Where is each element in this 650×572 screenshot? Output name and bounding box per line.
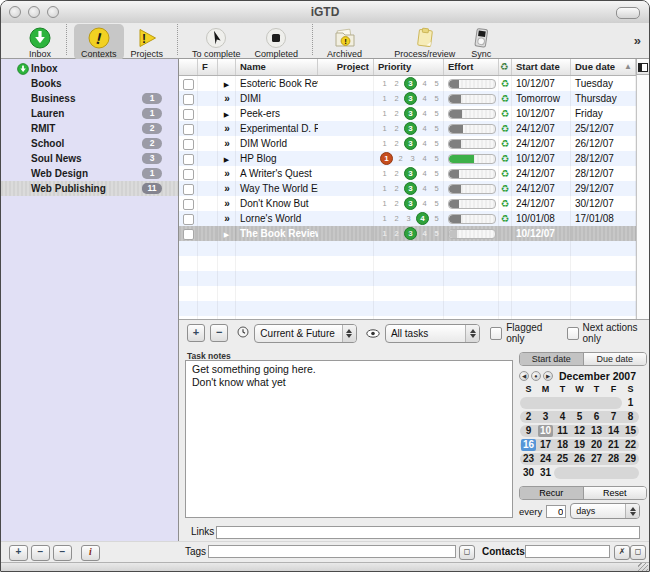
priority-3[interactable]: 3 bbox=[408, 153, 417, 164]
priority-2[interactable]: 2 bbox=[392, 168, 401, 179]
today-icon[interactable]: ● bbox=[531, 371, 541, 381]
table-row[interactable]: ▶The Book Reviewer1234510/12/07 bbox=[179, 226, 636, 241]
tags-panel-button[interactable]: ◻ bbox=[459, 545, 475, 560]
header-flag-column[interactable]: F bbox=[198, 59, 218, 75]
effort-bar[interactable] bbox=[448, 109, 496, 119]
sidebar-item-books[interactable]: Books bbox=[1, 76, 178, 91]
every-value-input[interactable] bbox=[546, 505, 566, 518]
toolbar-overflow-chevron-icon[interactable]: » bbox=[634, 33, 641, 48]
priority-1[interactable]: 1 bbox=[380, 123, 389, 134]
column-options-button[interactable] bbox=[636, 59, 650, 75]
priority-4[interactable]: 4 bbox=[420, 198, 429, 209]
calendar-day[interactable]: 17 bbox=[537, 438, 554, 452]
sidebar-item-rmit[interactable]: RMIT2 bbox=[1, 121, 178, 136]
add-item-button[interactable]: + bbox=[9, 545, 28, 561]
header-priority-column[interactable]: Priority bbox=[374, 59, 444, 75]
calendar-day[interactable]: 11 bbox=[554, 424, 571, 438]
reset-button[interactable]: Reset bbox=[583, 487, 647, 499]
toolbar-item-projects[interactable]: !Projects bbox=[124, 24, 171, 60]
calendar-day[interactable]: 18 bbox=[554, 438, 571, 452]
next-actions-only-checkbox[interactable] bbox=[567, 327, 579, 340]
priority-4[interactable]: 4 bbox=[420, 93, 429, 104]
effort-bar[interactable] bbox=[448, 124, 496, 134]
flagged-only-checkbox[interactable] bbox=[490, 327, 502, 340]
title-bar[interactable]: iGTD bbox=[1, 1, 649, 24]
task-checkbox[interactable] bbox=[183, 199, 194, 210]
priority-3-selected[interactable]: 3 bbox=[404, 77, 417, 90]
calendar-day[interactable]: 2 bbox=[520, 410, 537, 424]
priority-5[interactable]: 5 bbox=[432, 198, 441, 209]
calendar-day[interactable]: 5 bbox=[571, 410, 588, 424]
task-checkbox[interactable] bbox=[183, 79, 194, 90]
table-row[interactable]: ▶Peek-ers12345♻10/12/07Friday bbox=[179, 106, 636, 121]
header-project-column[interactable]: Project bbox=[318, 59, 374, 75]
priority-5[interactable]: 5 bbox=[432, 123, 441, 134]
effort-bar[interactable] bbox=[448, 229, 496, 239]
calendar-day[interactable]: 30 bbox=[520, 466, 537, 480]
priority-1[interactable]: 1 bbox=[380, 168, 389, 179]
table-row[interactable]: ▶Esoteric Book Reviews12345♻10/12/07Tues… bbox=[179, 76, 636, 91]
table-row[interactable]: »Don't Know But12345♻24/12/0730/12/07 bbox=[179, 196, 636, 211]
priority-5[interactable]: 5 bbox=[432, 183, 441, 194]
task-checkbox[interactable] bbox=[183, 214, 194, 225]
priority-1[interactable]: 1 bbox=[380, 198, 389, 209]
calendar-day-selected[interactable]: 16 bbox=[521, 439, 536, 451]
toolbar-item-inbox[interactable]: Inbox bbox=[21, 24, 59, 60]
calendar-day[interactable]: 8 bbox=[622, 410, 639, 424]
table-row[interactable]: »Experimental D. Photo12345♻24/12/0725/1… bbox=[179, 121, 636, 136]
task-checkbox[interactable] bbox=[183, 109, 194, 120]
calendar-day[interactable]: 1 bbox=[622, 396, 639, 410]
task-checkbox[interactable] bbox=[183, 94, 194, 105]
calendar-day[interactable]: 25 bbox=[554, 452, 571, 466]
resize-grip[interactable] bbox=[638, 563, 648, 571]
calendar-day[interactable]: 28 bbox=[605, 452, 622, 466]
toolbar-item-archived[interactable]: !Archived bbox=[320, 24, 369, 60]
calendar-day[interactable]: 19 bbox=[571, 438, 588, 452]
effort-bar[interactable] bbox=[448, 214, 496, 224]
priority-3-selected[interactable]: 3 bbox=[404, 167, 417, 180]
next-month-icon[interactable]: ▶ bbox=[543, 371, 553, 381]
priority-2[interactable]: 2 bbox=[392, 213, 401, 224]
priority-3-selected[interactable]: 3 bbox=[404, 122, 417, 135]
table-row[interactable]: »DIMI12345♻TomorrowThursday bbox=[179, 91, 636, 106]
calendar-day[interactable]: 24 bbox=[537, 452, 554, 466]
task-checkbox[interactable] bbox=[183, 184, 194, 195]
header-checkbox-column[interactable] bbox=[179, 59, 198, 75]
priority-1[interactable]: 1 bbox=[380, 138, 389, 149]
sidebar-item-web-publishing[interactable]: Web Publishing11 bbox=[1, 181, 178, 196]
contacts-remove-button[interactable]: ✗ bbox=[614, 545, 630, 560]
table-row[interactable]: »A Writer's Quest12345♻24/12/0728/12/07 bbox=[179, 166, 636, 181]
priority-2[interactable]: 2 bbox=[392, 123, 401, 134]
task-notes-textarea[interactable]: Get something going here. Don't know wha… bbox=[185, 360, 513, 518]
calendar-day[interactable]: 22 bbox=[622, 438, 639, 452]
priority-5[interactable]: 5 bbox=[432, 228, 441, 239]
calendar-day[interactable]: 3 bbox=[537, 410, 554, 424]
add-task-button[interactable]: + bbox=[187, 324, 205, 342]
priority-4[interactable]: 4 bbox=[420, 123, 429, 134]
priority-5[interactable]: 5 bbox=[432, 213, 441, 224]
table-row[interactable]: »Lorne's World12345♻10/01/0817/01/08 bbox=[179, 211, 636, 226]
sidebar-item-soul-news[interactable]: Soul News3 bbox=[1, 151, 178, 166]
toolbar-item-completed[interactable]: Completed bbox=[248, 24, 306, 60]
effort-bar[interactable] bbox=[448, 154, 496, 164]
remove-alt-button[interactable]: − bbox=[53, 545, 72, 561]
task-checkbox[interactable] bbox=[183, 154, 194, 165]
toolbar-toggle-button[interactable] bbox=[616, 7, 640, 19]
priority-5[interactable]: 5 bbox=[432, 153, 441, 164]
priority-4[interactable]: 4 bbox=[420, 183, 429, 194]
sidebar-item-business[interactable]: Business1 bbox=[1, 91, 178, 106]
priority-2[interactable]: 2 bbox=[392, 183, 401, 194]
contacts-input[interactable] bbox=[525, 545, 610, 558]
priority-5[interactable]: 5 bbox=[432, 138, 441, 149]
priority-1[interactable]: 1 bbox=[380, 213, 389, 224]
links-input[interactable] bbox=[216, 526, 640, 539]
tags-input[interactable] bbox=[208, 545, 456, 558]
toolbar-item-process-review[interactable]: Process/review bbox=[387, 24, 462, 60]
priority-3-selected[interactable]: 3 bbox=[404, 182, 417, 195]
effort-bar[interactable] bbox=[448, 169, 496, 179]
effort-bar[interactable] bbox=[448, 199, 496, 209]
calendar-day[interactable]: 31 bbox=[537, 466, 554, 480]
priority-2[interactable]: 2 bbox=[392, 138, 401, 149]
table-row[interactable]: »DIM World12345♻24/12/0726/12/07 bbox=[179, 136, 636, 151]
priority-5[interactable]: 5 bbox=[432, 78, 441, 89]
